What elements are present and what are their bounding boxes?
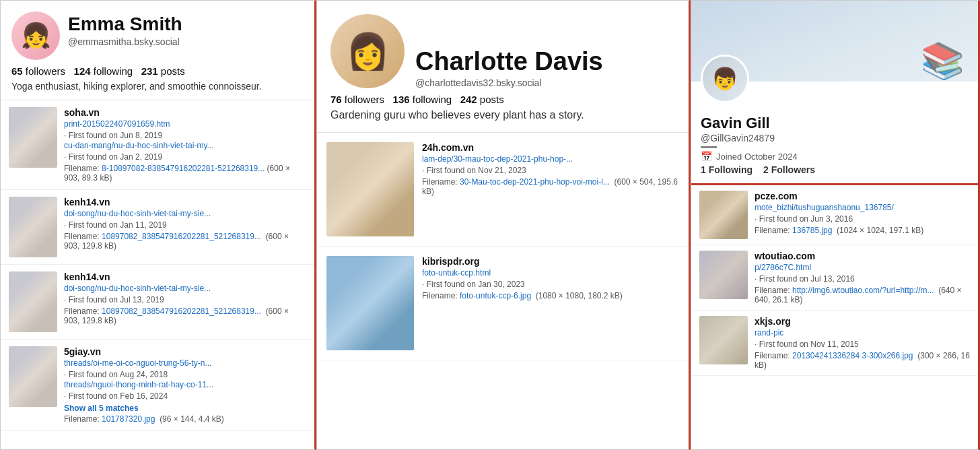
right-result-link-1[interactable]: mote_bizhi/tushuguanshaonu_136785/ xyxy=(755,203,970,212)
result-filename-link-1[interactable]: 8-10897082-838547916202281-521268319... xyxy=(102,164,265,173)
result-filename-4: Filename: 101787320.jpg (96 × 144, 4.4 k… xyxy=(64,414,306,424)
result-domain-1: soha.vn xyxy=(64,107,306,118)
result-link-1a[interactable]: print-2015022407091659.htm xyxy=(64,119,306,129)
center-result-found-2: · First found on Jan 30, 2023 xyxy=(422,280,525,289)
table-row: pcze.com mote_bizhi/tushuguanshaonu_1367… xyxy=(691,185,978,245)
center-filename-link-1[interactable]: 30-Mau-toc-dep-2021-phu-hop-voi-moi-l... xyxy=(460,177,610,187)
center-panel: 👩 Charlotte Davis @charlottedavis32.bsky… xyxy=(316,0,691,450)
result-link-3[interactable]: doi-song/nu-du-hoc-sinh-viet-tai-my-sie.… xyxy=(64,284,306,293)
table-row: kenh14.vn doi-song/nu-du-hoc-sinh-viet-t… xyxy=(1,190,314,265)
right-avatar-wrap: 👦 xyxy=(701,55,749,103)
right-thumb-2 xyxy=(699,251,748,299)
right-following-row: 1 Following 2 Followers xyxy=(701,164,969,175)
result-link-4b[interactable]: threads/nguoi-thong-minh-rat-hay-co-11..… xyxy=(64,380,306,389)
result-found-4a: · First found on Aug 24, 2018 xyxy=(64,370,168,379)
center-posts-count: 242 xyxy=(460,94,477,105)
result-domain-4: 5giay.vn xyxy=(64,346,306,357)
result-thumb-1 xyxy=(9,107,57,168)
table-row: kenh14.vn doi-song/nu-du-hoc-sinh-viet-t… xyxy=(1,265,314,340)
center-result-info-1: 24h.com.vn lam-dep/30-mau-toc-dep-2021-p… xyxy=(422,142,679,236)
table-row: 5giay.vn threads/oi-me-oi-co-nguoi-trung… xyxy=(1,340,314,431)
left-following-count: 124 xyxy=(74,65,91,77)
center-followers-count: 76 xyxy=(330,94,342,105)
result-found-2: · First found on Jan 11, 2019 xyxy=(64,220,167,230)
right-divider xyxy=(701,146,717,148)
right-result-filename-1: Filename: 136785.jpg (1024 × 1024, 197.1… xyxy=(755,226,970,235)
table-row: xkjs.org rand-pic · First found on Nov 1… xyxy=(691,311,978,376)
right-result-filename-2: Filename: http://img6.wtoutiao.com/?url=… xyxy=(755,286,970,304)
right-result-link-2[interactable]: p/2786c7C.html xyxy=(755,263,970,272)
result-info-2: kenh14.vn doi-song/nu-du-hoc-sinh-viet-t… xyxy=(64,197,306,251)
result-found-1a: · First found on Jun 8, 2019 xyxy=(64,131,162,140)
result-info-1: soha.vn print-2015022407091659.htm · Fir… xyxy=(64,107,306,183)
center-avatar: 👩 xyxy=(330,14,405,88)
left-profile-bio: Yoga enthusiast, hiking explorer, and sm… xyxy=(11,81,304,92)
center-thumb-2 xyxy=(326,256,414,350)
right-following-count: 1 Following xyxy=(701,164,753,175)
right-results-list: pcze.com mote_bizhi/tushuguanshaonu_1367… xyxy=(691,185,978,449)
center-following-count: 136 xyxy=(393,94,410,105)
left-followers-count: 65 xyxy=(11,65,23,77)
left-profile-stats: 65 followers 124 following 231 posts xyxy=(11,65,304,77)
result-link-1b[interactable]: cu-dan-mang/nu-du-hoc-sinh-viet-tai-my..… xyxy=(64,141,306,150)
center-result-domain-2: kibrispdr.org xyxy=(422,256,679,267)
result-link-4a[interactable]: threads/oi-me-oi-co-nguoi-trung-56-ty-n.… xyxy=(64,358,306,368)
center-result-found-1: · First found on Nov 21, 2023 xyxy=(422,166,526,175)
right-result-info-2: wtoutiao.com p/2786c7C.html · First foun… xyxy=(755,251,970,304)
center-profile-name: Charlotte Davis xyxy=(415,48,603,76)
result-filename-link-3[interactable]: 10897082_838547916202281_521268319... xyxy=(102,307,261,316)
table-row: kibrispdr.org foto-untuk-ccp.html · Firs… xyxy=(317,247,689,360)
left-posts-count: 231 xyxy=(141,65,158,77)
right-result-found-2: · First found on Jul 13, 2016 xyxy=(755,274,855,284)
result-thumb-2 xyxy=(9,197,57,257)
right-filename-link-3[interactable]: 201304241336284 3-300x266.jpg xyxy=(792,351,913,360)
left-profile-handle: @emmasmitha.bsky.social xyxy=(68,36,182,47)
right-joined-row: 📅 Joined October 2024 xyxy=(701,151,969,162)
table-row: 24h.com.vn lam-dep/30-mau-toc-dep-2021-p… xyxy=(317,133,689,247)
center-result-link-2[interactable]: foto-untuk-ccp.html xyxy=(422,268,679,278)
right-filename-link-1[interactable]: 136785.jpg xyxy=(792,226,832,235)
right-avatar: 👦 xyxy=(701,55,749,103)
right-result-found-1: · First found on Jun 3, 2016 xyxy=(755,214,853,224)
center-result-info-2: kibrispdr.org foto-untuk-ccp.html · Firs… xyxy=(422,256,679,350)
left-profile-info: Emma Smith @emmasmitha.bsky.social xyxy=(68,11,182,47)
center-filename-link-2[interactable]: foto-untuk-ccp-6.jpg xyxy=(460,291,531,300)
result-size-4: (96 × 144, 4.4 kB) xyxy=(160,414,224,424)
right-followers-count: 2 Followers xyxy=(763,164,815,175)
center-result-filename-1: Filename: 30-Mau-toc-dep-2021-phu-hop-vo… xyxy=(422,177,679,196)
result-link-2[interactable]: doi-song/nu-du-hoc-sinh-viet-tai-my-sie.… xyxy=(64,209,306,218)
right-result-link-3[interactable]: rand-pic xyxy=(755,328,970,338)
left-profile-header: 👧 Emma Smith @emmasmitha.bsky.social 65 … xyxy=(1,1,314,100)
right-profile-name: Gavin Gill xyxy=(701,115,969,131)
result-found-1b: · First found on Jan 2, 2019 xyxy=(64,152,162,162)
center-result-size-2: (1080 × 1080, 180.2 kB) xyxy=(536,291,623,300)
right-result-domain-3: xkjs.org xyxy=(755,316,970,327)
right-result-domain-1: pcze.com xyxy=(755,191,970,201)
result-filename-link-2[interactable]: 10897082_838547916202281_521268319... xyxy=(102,232,261,241)
center-result-link-1[interactable]: lam-dep/30-mau-toc-dep-2021-phu-hop-... xyxy=(422,154,679,164)
right-result-found-3: · First found on Nov 11, 2015 xyxy=(755,340,859,349)
show-all-link[interactable]: Show all 5 matches xyxy=(64,404,306,413)
result-info-4: 5giay.vn threads/oi-me-oi-co-nguoi-trung… xyxy=(64,346,306,424)
result-filename-link-4[interactable]: 101787320.jpg xyxy=(102,414,155,424)
right-filename-link-2[interactable]: http://img6.wtoutiao.com/?url=http://m..… xyxy=(792,286,934,295)
center-thumb-1 xyxy=(326,142,414,236)
left-profile-name: Emma Smith xyxy=(68,14,182,35)
right-profile-handle: @GillGavin24879 xyxy=(701,133,969,143)
calendar-icon: 📅 xyxy=(701,151,712,162)
center-profile-stats: 76 followers 136 following 242 posts xyxy=(330,94,675,105)
left-results-list: soha.vn print-2015022407091659.htm · Fir… xyxy=(1,100,314,449)
result-found-3: · First found on Jul 13, 2019 xyxy=(64,295,164,304)
center-profile-header: 👩 Charlotte Davis @charlottedavis32.bsky… xyxy=(317,1,689,133)
center-result-domain-1: 24h.com.vn xyxy=(422,142,679,153)
result-domain-2: kenh14.vn xyxy=(64,197,306,207)
left-panel: 👧 Emma Smith @emmasmitha.bsky.social 65 … xyxy=(0,0,316,450)
center-profile-bio: Gardening guru who believes every plant … xyxy=(330,109,675,121)
result-filename-2: Filename: 10897082_838547916202281_52126… xyxy=(64,232,306,251)
center-profile-handle: @charlottedavis32.bsky.social xyxy=(415,77,603,88)
result-info-3: kenh14.vn doi-song/nu-du-hoc-sinh-viet-t… xyxy=(64,271,306,325)
right-result-domain-2: wtoutiao.com xyxy=(755,251,970,261)
result-found-4b: · First found on Feb 16, 2024 xyxy=(64,391,168,401)
result-domain-3: kenh14.vn xyxy=(64,271,306,282)
left-avatar: 👧 xyxy=(11,11,60,60)
